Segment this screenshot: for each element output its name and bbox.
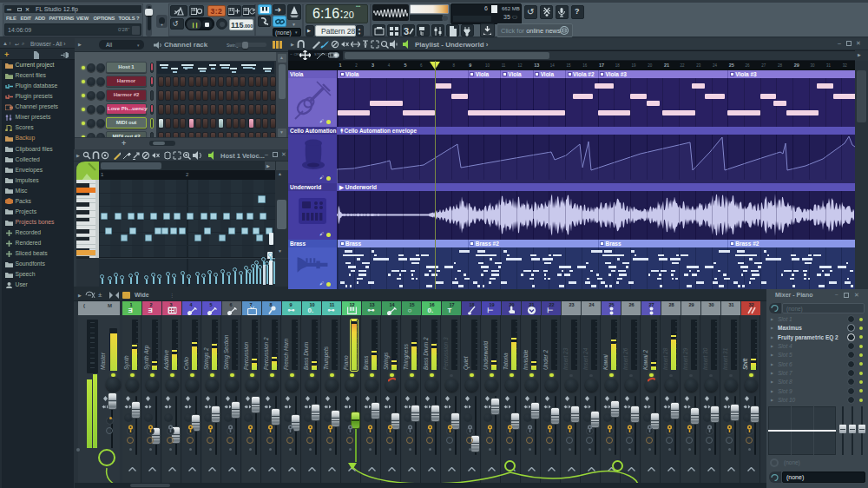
svg-text:3: 3 [404, 26, 409, 36]
